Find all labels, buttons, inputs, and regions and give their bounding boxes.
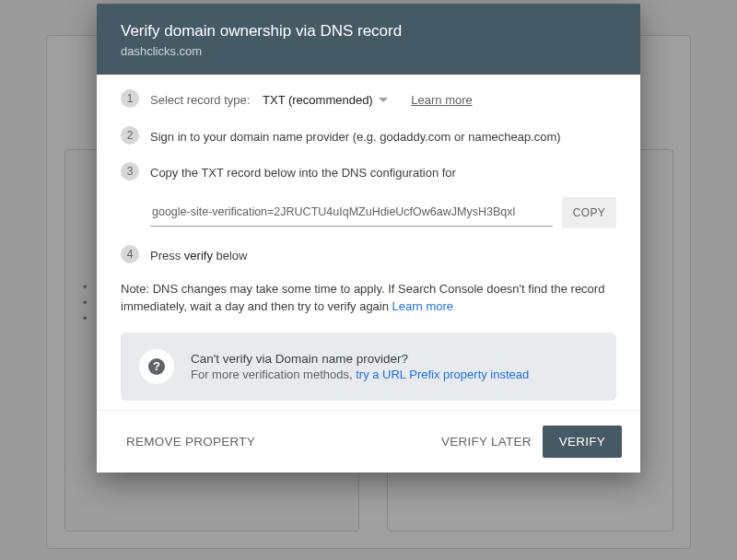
step-3: 3 Copy the TXT record below into the DNS…: [121, 162, 616, 182]
record-type-value: TXT (recommended): [263, 91, 373, 110]
copy-button[interactable]: COPY: [562, 197, 616, 228]
modal-domain: dashclicks.com: [121, 44, 616, 58]
step-2: 2 Sign in to your domain name provider (…: [121, 126, 616, 146]
step-1-label: Select record type:: [150, 93, 250, 107]
step-3-text: Copy the TXT record below into the DNS c…: [150, 162, 616, 182]
step-1: 1 Select record type: TXT (recommended) …: [121, 89, 616, 110]
step-number: 1: [121, 89, 139, 108]
verify-button[interactable]: VERIFY: [543, 426, 622, 458]
modal-body: 1 Select record type: TXT (recommended) …: [97, 75, 640, 410]
dns-note: Note: DNS changes may take some time to …: [121, 281, 616, 316]
verify-dns-modal: Verify domain ownership via DNS record d…: [97, 4, 640, 472]
alt-title: Can't verify via Domain name provider?: [191, 352, 529, 366]
alternative-method-box: ? Can't verify via Domain name provider?…: [121, 332, 616, 401]
remove-property-button[interactable]: REMOVE PROPERTY: [115, 427, 266, 456]
note-learn-more-link[interactable]: Learn more: [392, 299, 453, 313]
background-bullets: •••: [83, 279, 88, 326]
modal-footer: REMOVE PROPERTY VERIFY LATER VERIFY: [97, 410, 640, 472]
url-prefix-link[interactable]: try a URL Prefix property instead: [356, 368, 529, 381]
learn-more-link[interactable]: Learn more: [411, 93, 472, 107]
step-number: 4: [121, 245, 139, 263]
alt-text: For more verification methods, try a URL…: [191, 368, 529, 381]
help-icon-circle: ?: [139, 349, 174, 384]
modal-header: Verify domain ownership via DNS record d…: [97, 4, 640, 75]
txt-record-input[interactable]: [150, 199, 553, 227]
step-2-text: Sign in to your domain name provider (e.…: [150, 126, 616, 146]
chevron-down-icon: [379, 98, 388, 102]
txt-record-row: COPY: [150, 197, 616, 228]
step-4-text: Press verify below: [150, 245, 616, 265]
verify-later-button[interactable]: VERIFY LATER: [430, 427, 543, 456]
question-mark-icon: ?: [148, 358, 165, 375]
step-4: 4 Press verify below: [121, 245, 616, 265]
step-number: 3: [121, 162, 139, 181]
step-number: 2: [121, 126, 139, 145]
modal-title: Verify domain ownership via DNS record: [121, 22, 616, 41]
record-type-select[interactable]: TXT (recommended): [263, 91, 388, 110]
